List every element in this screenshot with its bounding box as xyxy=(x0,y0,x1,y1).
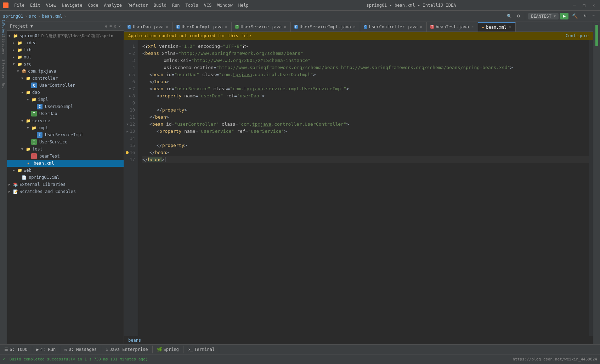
tree-label-beanxml: bean.xml xyxy=(34,161,54,166)
menu-analyze[interactable]: Analyze xyxy=(101,1,125,9)
breadcrumb-src[interactable]: src xyxy=(29,14,36,19)
tab-userdaoimpl[interactable]: C UserDaoImpl.java ✕ xyxy=(173,22,232,32)
sidebar-project-icon[interactable]: 1:Project xyxy=(1,25,6,30)
menu-vcs[interactable]: VCS xyxy=(201,1,215,9)
tree-item-beantest[interactable]: T beanTest xyxy=(7,153,124,160)
build-button[interactable]: 🔨 xyxy=(570,12,580,20)
menu-edit[interactable]: Edit xyxy=(27,1,43,9)
project-collapse-button[interactable]: ≡ xyxy=(109,24,112,29)
title-bar: File Edit View Navigate Code Analyze Ref… xyxy=(0,0,600,11)
run-button[interactable]: ▶ xyxy=(560,13,568,19)
tab-label-userserviceimpl: UserServiceImpl.java xyxy=(300,24,351,29)
run-config-dropdown[interactable]: ▼ xyxy=(554,14,556,18)
tree-item-service-impl[interactable]: ▼ 📁 impl xyxy=(7,124,124,131)
bottom-tab-spring[interactable]: 🌿 Spring xyxy=(153,346,183,353)
menu-run[interactable]: Run xyxy=(169,1,183,9)
tree-item-dao[interactable]: ▼ 📁 dao xyxy=(7,89,124,96)
bottom-tab-run[interactable]: ▶ 4: Run xyxy=(32,346,61,353)
warning-configure-button[interactable]: Configure xyxy=(566,33,589,38)
code-content[interactable]: <?xml version="1.0" encoding="UTF-8"?> <… xyxy=(138,40,589,336)
tree-item-idea[interactable]: ▶ 📁 .idea xyxy=(7,39,124,46)
tree-item-web[interactable]: ▶ 📁 web xyxy=(7,167,124,174)
breadcrumb-sep3: › xyxy=(64,14,66,19)
bottom-tab-java-enterprise[interactable]: ☕ Java Enterprise xyxy=(101,346,153,353)
tab-close-usercontroller[interactable]: ✕ xyxy=(419,24,423,29)
menu-navigate[interactable]: Navigate xyxy=(59,1,85,9)
settings-button[interactable]: ⚙ xyxy=(515,13,522,19)
line-5: ▶5 xyxy=(124,71,138,78)
sidebar-favorites-icon[interactable]: 2:Favorites xyxy=(1,66,6,72)
menu-help[interactable]: Help xyxy=(236,1,251,9)
line-11: 11 xyxy=(124,114,138,121)
tree-item-out[interactable]: ▶ 📁 out xyxy=(7,53,124,61)
code-line-11-text: </bean> xyxy=(149,114,169,121)
search-everywhere-button[interactable]: 🔍 xyxy=(505,13,514,19)
line-16: 16 xyxy=(124,149,138,156)
tab-beantest[interactable]: T beanTest.java ✕ xyxy=(427,22,478,32)
tree-item-root[interactable]: ▼ 📁 spring01 D:\唐影旭下载\Idea\Deal项目\sprin xyxy=(7,32,124,39)
tree-item-lib[interactable]: ▶ 📁 lib xyxy=(7,46,124,53)
menu-file[interactable]: File xyxy=(11,1,27,9)
tree-item-userdao[interactable]: I UserDao xyxy=(7,110,124,117)
tree-item-external-libs[interactable]: ▶ 📚 External Libraries xyxy=(7,181,124,188)
tree-item-userdaoimpl[interactable]: C UserDaoImpl xyxy=(7,103,124,110)
tree-item-spring01iml[interactable]: 📄 spring01.iml xyxy=(7,174,124,181)
tree-arrow-lib: ▶ xyxy=(13,48,17,52)
tab-userserviceimpl[interactable]: C UserServiceImpl.java ✕ xyxy=(291,22,360,32)
menu-tools[interactable]: Tools xyxy=(183,1,201,9)
bottom-tabs: ☰ 6: TODO ▶ 4: Run ✉ 0: Messages ☕ Java … xyxy=(0,344,600,354)
code-editor[interactable]: 1 ▼2 3 4 ▶5 6 ▼7 ▶8 9 10 11 ▼12 ▶13 14 1… xyxy=(124,40,593,336)
tab-beanxml[interactable]: ✦ bean.xml ✕ xyxy=(478,22,516,32)
tree-item-test[interactable]: ▼ 📁 test xyxy=(7,146,124,153)
tab-usercontroller[interactable]: C UserController.java ✕ xyxy=(360,22,427,32)
tab-userdao[interactable]: C UserDao.java ✕ xyxy=(124,22,173,32)
tree-item-userservice[interactable]: I UserService xyxy=(7,138,124,146)
tab-close-userserviceimpl[interactable]: ✕ xyxy=(353,24,356,29)
tab-label-beantest: beanTest.java xyxy=(436,24,469,29)
tab-userservice[interactable]: I UserService.java ✕ xyxy=(232,22,291,32)
tree-item-userserviceimpl[interactable]: C UserServiceImpl xyxy=(7,131,124,138)
update-button[interactable]: ↻ xyxy=(582,13,588,19)
tree-item-service[interactable]: ▼ 📁 service xyxy=(7,117,124,124)
more-button[interactable]: ⋯ xyxy=(590,13,597,19)
bottom-tab-messages[interactable]: ✉ 0: Messages xyxy=(60,346,101,353)
project-locate-button[interactable]: ⊕ xyxy=(105,24,108,29)
tab-close-userdao[interactable]: ✕ xyxy=(165,24,169,29)
java-enterprise-label: Java Enterprise xyxy=(109,347,148,352)
menu-code[interactable]: Code xyxy=(85,1,101,9)
tab-close-beanxml[interactable]: ✕ xyxy=(508,25,512,29)
menu-view[interactable]: View xyxy=(43,1,59,9)
code-line-4-text: xsi:schemaLocation="http://www.springfra… xyxy=(164,64,513,71)
folder-icon-dao: 📁 xyxy=(26,90,31,95)
breadcrumb-project[interactable]: spring01 xyxy=(3,14,23,19)
tree-item-scratches[interactable]: ▶ 📝 Scratches and Consoles xyxy=(7,188,124,195)
tree-item-usercontroller[interactable]: C UserController xyxy=(7,82,124,89)
folder-icon-out: 📁 xyxy=(17,54,23,60)
minimize-button[interactable]: ─ xyxy=(571,3,578,8)
tree-item-src[interactable]: ▼ 📁 src xyxy=(7,61,124,68)
bottom-tab-todo[interactable]: ☰ 6: TODO xyxy=(0,346,32,353)
menu-refactor[interactable]: Refactor xyxy=(125,1,151,9)
tree-item-controller[interactable]: ▼ 📁 controller xyxy=(7,75,124,82)
maximize-button[interactable]: □ xyxy=(581,3,588,8)
tree-item-dao-impl[interactable]: ▼ 📁 impl xyxy=(7,96,124,103)
sidebar-web-icon[interactable]: Web xyxy=(1,83,6,89)
run-config[interactable]: BEANTEST ▼ xyxy=(528,13,559,19)
warning-text: Application context not configured for t… xyxy=(128,33,251,38)
code-line-2: <beans xmlns="http://www.springframework… xyxy=(142,50,589,57)
project-close-button[interactable]: ✕ xyxy=(118,24,121,29)
sidebar-structure-icon[interactable]: 2:Structure xyxy=(1,42,6,47)
menu-build[interactable]: Build xyxy=(151,1,169,9)
tree-item-beanxml[interactable]: ✦ bean.xml xyxy=(7,160,124,167)
breadcrumb-file[interactable]: bean.xml xyxy=(42,14,62,19)
close-button[interactable]: ✕ xyxy=(590,3,597,8)
menu-window[interactable]: Window xyxy=(214,1,235,9)
tab-close-userdaoimpl[interactable]: ✕ xyxy=(224,24,228,29)
code-line-13: <property name="userService" ref="userSe… xyxy=(142,128,589,135)
project-settings-button[interactable]: ⚙ xyxy=(114,24,117,29)
tab-close-userservice[interactable]: ✕ xyxy=(283,24,287,29)
bottom-tab-terminal[interactable]: >_ Terminal xyxy=(183,346,219,353)
tab-close-beantest[interactable]: ✕ xyxy=(471,24,474,29)
code-line-16-text: </bean> xyxy=(149,149,169,156)
tree-item-com-tpxjava[interactable]: ▼ 📦 com.tpxjava xyxy=(7,68,124,75)
